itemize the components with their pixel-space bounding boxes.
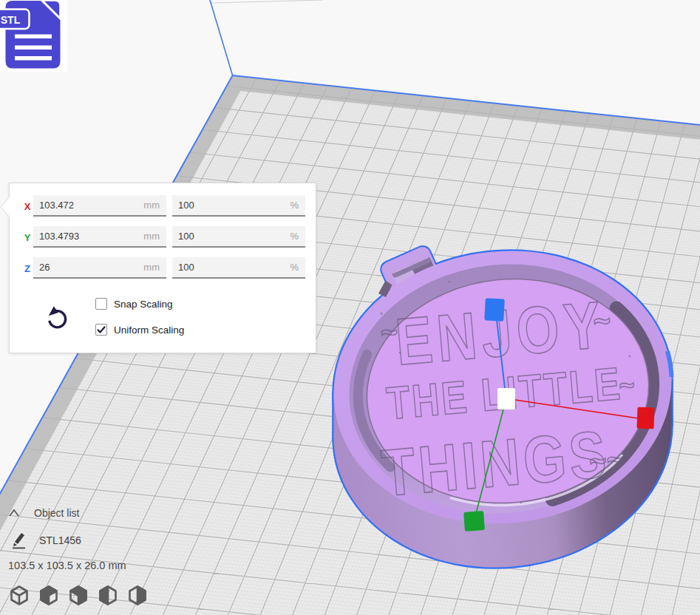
svg-text:~~: ~~ — [588, 438, 625, 480]
svg-text:STL: STL — [1, 14, 21, 26]
svg-text:~: ~ — [378, 311, 399, 352]
svg-text:~: ~ — [591, 300, 612, 341]
svg-text:~: ~ — [617, 367, 636, 404]
